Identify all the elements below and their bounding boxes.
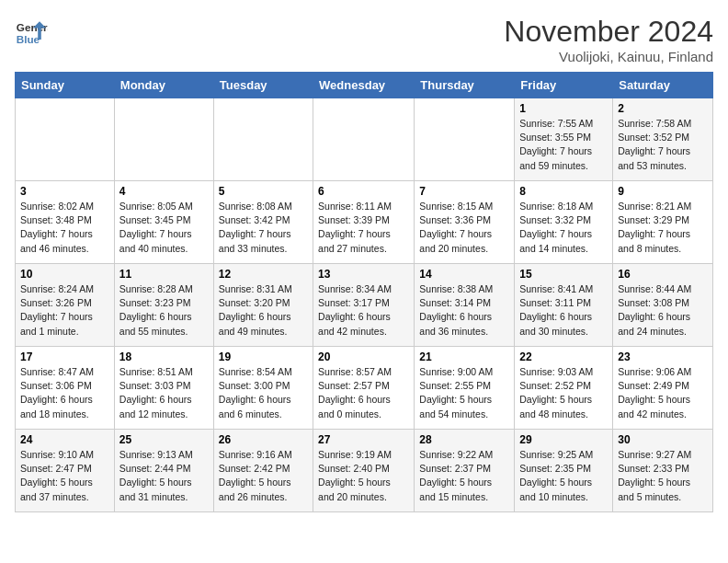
day-info: Sunrise: 8:11 AM Sunset: 3:39 PM Dayligh… — [318, 200, 409, 256]
day-number: 9 — [618, 185, 708, 198]
weekday-header-friday: Friday — [515, 73, 613, 98]
calendar-cell: 28Sunrise: 9:22 AM Sunset: 2:37 PM Dayli… — [415, 430, 515, 512]
day-number: 30 — [618, 433, 708, 446]
day-number: 27 — [318, 433, 409, 446]
weekday-header-saturday: Saturday — [613, 73, 713, 98]
day-number: 6 — [318, 185, 409, 198]
day-number: 5 — [219, 185, 308, 198]
day-info: Sunrise: 8:38 AM Sunset: 3:14 PM Dayligh… — [419, 282, 509, 339]
day-number: 8 — [519, 185, 608, 198]
day-number: 10 — [20, 268, 109, 281]
day-number: 3 — [20, 185, 109, 198]
day-info: Sunrise: 8:02 AM Sunset: 3:48 PM Dayligh… — [20, 200, 109, 256]
calendar-cell: 16Sunrise: 8:44 AM Sunset: 3:08 PM Dayli… — [613, 264, 713, 347]
day-number: 22 — [519, 350, 608, 363]
page-subtitle: Vuolijoki, Kainuu, Finland — [504, 49, 713, 64]
calendar-cell: 21Sunrise: 9:00 AM Sunset: 2:55 PM Dayli… — [415, 347, 515, 430]
day-number: 21 — [419, 350, 509, 363]
day-number: 1 — [519, 102, 608, 115]
day-number: 24 — [20, 433, 109, 446]
day-info: Sunrise: 7:58 AM Sunset: 3:52 PM Dayligh… — [618, 117, 708, 173]
day-number: 2 — [618, 102, 708, 115]
page-title: November 2024 — [504, 15, 713, 49]
day-number: 14 — [419, 268, 509, 281]
calendar-cell — [213, 98, 313, 181]
weekday-header-sunday: Sunday — [16, 73, 115, 98]
day-info: Sunrise: 9:10 AM Sunset: 2:47 PM Dayligh… — [20, 448, 109, 504]
day-info: Sunrise: 9:16 AM Sunset: 2:42 PM Dayligh… — [219, 448, 308, 504]
page-header: General Blue November 2024 Vuolijoki, Ka… — [15, 15, 713, 64]
day-info: Sunrise: 8:28 AM Sunset: 3:23 PM Dayligh… — [119, 282, 209, 339]
day-number: 7 — [419, 185, 509, 198]
day-number: 26 — [219, 433, 308, 446]
day-info: Sunrise: 8:05 AM Sunset: 3:45 PM Dayligh… — [119, 200, 209, 256]
calendar-cell: 9Sunrise: 8:21 AM Sunset: 3:29 PM Daylig… — [613, 181, 713, 264]
day-info: Sunrise: 8:44 AM Sunset: 3:08 PM Dayligh… — [618, 282, 708, 339]
day-info: Sunrise: 8:15 AM Sunset: 3:36 PM Dayligh… — [419, 200, 509, 256]
calendar-cell: 25Sunrise: 9:13 AM Sunset: 2:44 PM Dayli… — [114, 430, 213, 512]
day-info: Sunrise: 8:24 AM Sunset: 3:26 PM Dayligh… — [20, 282, 109, 339]
day-info: Sunrise: 9:27 AM Sunset: 2:33 PM Dayligh… — [618, 448, 708, 504]
day-info: Sunrise: 9:13 AM Sunset: 2:44 PM Dayligh… — [119, 448, 209, 504]
calendar-cell: 29Sunrise: 9:25 AM Sunset: 2:35 PM Dayli… — [515, 430, 613, 512]
calendar-cell: 17Sunrise: 8:47 AM Sunset: 3:06 PM Dayli… — [16, 347, 115, 430]
day-info: Sunrise: 8:31 AM Sunset: 3:20 PM Dayligh… — [219, 282, 308, 339]
calendar-cell: 30Sunrise: 9:27 AM Sunset: 2:33 PM Dayli… — [613, 430, 713, 512]
calendar-week-row: 10Sunrise: 8:24 AM Sunset: 3:26 PM Dayli… — [16, 264, 713, 347]
day-info: Sunrise: 9:03 AM Sunset: 2:52 PM Dayligh… — [519, 365, 608, 421]
calendar-cell: 4Sunrise: 8:05 AM Sunset: 3:45 PM Daylig… — [114, 181, 213, 264]
calendar-cell — [313, 98, 415, 181]
calendar-cell: 7Sunrise: 8:15 AM Sunset: 3:36 PM Daylig… — [415, 181, 515, 264]
day-info: Sunrise: 9:06 AM Sunset: 2:49 PM Dayligh… — [618, 365, 708, 421]
calendar-cell: 24Sunrise: 9:10 AM Sunset: 2:47 PM Dayli… — [16, 430, 115, 512]
day-number: 25 — [119, 433, 209, 446]
calendar-cell: 26Sunrise: 9:16 AM Sunset: 2:42 PM Dayli… — [213, 430, 313, 512]
calendar-week-row: 1Sunrise: 7:55 AM Sunset: 3:55 PM Daylig… — [16, 98, 713, 181]
calendar-cell: 18Sunrise: 8:51 AM Sunset: 3:03 PM Dayli… — [114, 347, 213, 430]
day-info: Sunrise: 9:22 AM Sunset: 2:37 PM Dayligh… — [419, 448, 509, 504]
weekday-header-tuesday: Tuesday — [213, 73, 313, 98]
calendar-cell: 22Sunrise: 9:03 AM Sunset: 2:52 PM Dayli… — [515, 347, 613, 430]
day-info: Sunrise: 8:08 AM Sunset: 3:42 PM Dayligh… — [219, 200, 308, 256]
day-number: 18 — [119, 350, 209, 363]
day-number: 17 — [20, 350, 109, 363]
day-number: 20 — [318, 350, 409, 363]
calendar-cell: 3Sunrise: 8:02 AM Sunset: 3:48 PM Daylig… — [16, 181, 115, 264]
calendar-cell: 19Sunrise: 8:54 AM Sunset: 3:00 PM Dayli… — [213, 347, 313, 430]
calendar-cell: 15Sunrise: 8:41 AM Sunset: 3:11 PM Dayli… — [515, 264, 613, 347]
svg-text:Blue: Blue — [17, 33, 40, 45]
day-info: Sunrise: 9:25 AM Sunset: 2:35 PM Dayligh… — [519, 448, 608, 504]
day-info: Sunrise: 9:19 AM Sunset: 2:40 PM Dayligh… — [318, 448, 409, 504]
weekday-header-wednesday: Wednesday — [313, 73, 415, 98]
calendar-cell: 13Sunrise: 8:34 AM Sunset: 3:17 PM Dayli… — [313, 264, 415, 347]
day-info: Sunrise: 8:34 AM Sunset: 3:17 PM Dayligh… — [318, 282, 409, 339]
day-info: Sunrise: 8:47 AM Sunset: 3:06 PM Dayligh… — [20, 365, 109, 421]
calendar-cell — [114, 98, 213, 181]
calendar-cell: 8Sunrise: 8:18 AM Sunset: 3:32 PM Daylig… — [515, 181, 613, 264]
day-info: Sunrise: 8:51 AM Sunset: 3:03 PM Dayligh… — [119, 365, 209, 421]
day-info: Sunrise: 8:21 AM Sunset: 3:29 PM Dayligh… — [618, 200, 708, 256]
weekday-header-monday: Monday — [114, 73, 213, 98]
weekday-header-thursday: Thursday — [415, 73, 515, 98]
day-number: 4 — [119, 185, 209, 198]
weekday-header-row: SundayMondayTuesdayWednesdayThursdayFrid… — [16, 73, 713, 98]
day-number: 12 — [219, 268, 308, 281]
day-number: 19 — [219, 350, 308, 363]
day-info: Sunrise: 8:41 AM Sunset: 3:11 PM Dayligh… — [519, 282, 608, 339]
calendar-cell — [415, 98, 515, 181]
day-number: 23 — [618, 350, 708, 363]
day-number: 13 — [318, 268, 409, 281]
calendar-cell: 2Sunrise: 7:58 AM Sunset: 3:52 PM Daylig… — [613, 98, 713, 181]
day-number: 16 — [618, 268, 708, 281]
calendar-cell: 11Sunrise: 8:28 AM Sunset: 3:23 PM Dayli… — [114, 264, 213, 347]
logo-icon: General Blue — [15, 15, 48, 48]
day-info: Sunrise: 7:55 AM Sunset: 3:55 PM Dayligh… — [519, 117, 608, 173]
calendar-week-row: 17Sunrise: 8:47 AM Sunset: 3:06 PM Dayli… — [16, 347, 713, 430]
calendar-cell: 14Sunrise: 8:38 AM Sunset: 3:14 PM Dayli… — [415, 264, 515, 347]
calendar-week-row: 24Sunrise: 9:10 AM Sunset: 2:47 PM Dayli… — [16, 430, 713, 512]
calendar-table: SundayMondayTuesdayWednesdayThursdayFrid… — [15, 72, 713, 512]
calendar-cell: 27Sunrise: 9:19 AM Sunset: 2:40 PM Dayli… — [313, 430, 415, 512]
calendar-cell: 23Sunrise: 9:06 AM Sunset: 2:49 PM Dayli… — [613, 347, 713, 430]
calendar-cell: 20Sunrise: 8:57 AM Sunset: 2:57 PM Dayli… — [313, 347, 415, 430]
calendar-cell: 6Sunrise: 8:11 AM Sunset: 3:39 PM Daylig… — [313, 181, 415, 264]
